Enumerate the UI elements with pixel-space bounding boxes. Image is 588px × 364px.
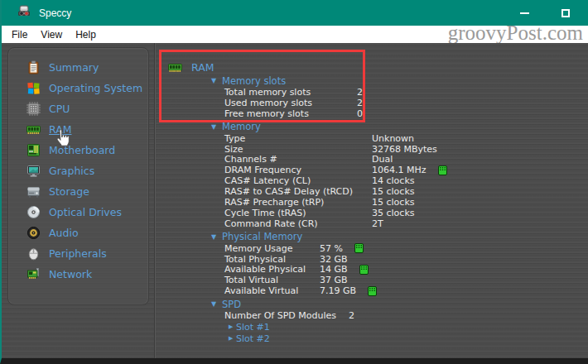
collapse-arrow-icon: ▼ [211,233,222,241]
section-title: Physical Memory [222,231,302,242]
sidebar-item-motherboard[interactable]: Motherboard [8,140,148,160]
minimize-icon [520,12,529,14]
section-title: SPD [222,299,241,310]
row-value: 15 clocks [372,186,414,197]
page-title: RAM [191,61,214,74]
sidebar-item-peripherals[interactable]: Peripherals [8,243,148,264]
row-value: 32768 MBytes [372,144,437,155]
row-value: 35 clocks [372,208,414,218]
peripherals-icon [27,247,41,261]
row-value: 57 % [320,243,343,254]
row-value: 7.19 GB [320,285,356,296]
sidebar-item-audio[interactable]: Audio [8,223,148,243]
info-row: RAS# to CAS# Delay (tRCD)15 clocks [211,186,585,197]
info-row: Available Virtual7.19 GB [211,285,585,296]
maximize-button[interactable] [553,0,578,26]
section-header-memory[interactable]: ▼Memory [211,121,585,133]
sidebar-item-label: Motherboard [49,144,115,156]
row-value: Unknown [372,133,414,144]
content-panel: RAM ▼Memory slotsTotal memory slots2Used… [157,43,588,358]
row-label: Cycle Time (tRAS) [224,208,372,218]
minimize-button[interactable] [512,0,537,26]
info-row: RAS# Precharge (tRP)15 clocks [211,197,585,208]
row-value: 2 [357,87,363,98]
speccy-app-icon [17,4,31,22]
row-label: Memory Usage [224,243,320,254]
row-value: 14 clocks [372,175,414,186]
info-tree: ▼Memory slotsTotal memory slots2Used mem… [211,73,585,344]
row-label: Available Physical [224,264,320,275]
row-label: Available Virtual [224,285,320,296]
row-value: 2 [357,98,363,108]
row-label: Command Rate (CR) [224,218,372,229]
info-row: Cycle Time (tRAS)35 clocks [211,208,585,218]
collapse-arrow-icon: ▼ [211,77,222,84]
row-label: Channels # [224,154,372,165]
info-row: DRAM Frequency1064.1 MHz [211,165,585,175]
storage-icon [27,184,41,199]
sidebar-item-label: CPU [49,103,70,115]
info-row: Available Physical14 GB [211,264,585,275]
content-page-header: RAM [168,60,214,74]
sidebar-item-summary[interactable]: Summary [8,57,148,78]
live-indicator-icon [438,165,447,175]
sidebar-item-ram[interactable]: RAM [8,119,148,140]
row-label: DRAM Frequency [224,165,372,175]
menu-file[interactable]: File [5,29,34,41]
row-value: 2 [349,310,354,321]
info-row: Total memory slots2 [211,87,585,98]
tree-item-slot-2[interactable]: ▶Slot #2 [211,333,585,344]
row-value: 32 GB [320,254,348,265]
row-label: CAS# Latency (CL) [224,175,372,186]
sidebar-item-network[interactable]: Network [8,264,148,285]
menu-view[interactable]: View [34,29,69,41]
live-indicator-icon [368,286,377,296]
info-row: Channels #Dual [211,154,585,165]
row-value: 2T [372,218,383,229]
info-row: Total Virtual37 GB [211,275,585,285]
info-row: Command Rate (CR)2T [211,218,585,229]
row-value: 14 GB [320,264,348,275]
graphics-icon [27,164,41,178]
sidebar: SummaryOperating SystemCPURAMMotherboard… [7,47,149,305]
speccy-window: Speccy FileViewHelp groovyPost.com Summa… [0,0,588,364]
section-title: Memory slots [222,75,286,87]
row-value: 0 [357,108,363,119]
row-value: 15 clocks [372,197,414,208]
section-title: Memory [222,121,261,132]
collapse-arrow-icon: ▼ [211,300,222,308]
collapse-arrow-icon: ▼ [211,123,222,131]
section-header-memory-slots[interactable]: ▼Memory slots [211,74,585,87]
sidebar-item-label: Operating System [49,82,142,94]
live-indicator-icon [354,243,364,253]
sidebar-item-label: Summary [49,61,99,74]
info-row: Number Of SPD Modules2 [211,310,585,321]
info-row: Memory Usage57 % [211,243,585,254]
info-row: Free memory slots0 [211,108,585,119]
live-indicator-icon [359,265,369,275]
motherboard-icon [27,143,41,157]
row-label: Total memory slots [224,87,357,98]
cpu-icon [27,102,41,116]
sidebar-item-cpu[interactable]: CPU [8,98,148,119]
expand-arrow-icon: ▶ [229,335,236,342]
sidebar-item-label: Storage [49,185,89,198]
row-label: Total Physical [224,254,320,265]
sidebar-item-graphics[interactable]: Graphics [8,160,148,181]
sidebar-item-operating-system[interactable]: Operating System [8,78,148,98]
optical-drives-icon [27,205,41,219]
sidebar-item-storage[interactable]: Storage [8,181,148,202]
section-header-physical-memory[interactable]: ▼Physical Memory [211,231,585,243]
menu-help[interactable]: Help [69,29,103,41]
summary-icon [27,60,41,74]
sidebar-item-label: Graphics [49,165,94,177]
row-label: Size [224,144,372,155]
section-header-spd[interactable]: ▼SPD [211,298,585,310]
row-value: 1064.1 MHz [372,165,427,175]
sidebar-item-optical-drives[interactable]: Optical Drives [8,202,148,223]
tree-item-slot-1[interactable]: ▶Slot #1 [211,321,585,333]
row-value: 37 GB [320,275,348,285]
maximize-icon [561,9,570,17]
tree-item-label: Slot #2 [236,333,270,344]
info-row: CAS# Latency (CL)14 clocks [211,175,585,186]
